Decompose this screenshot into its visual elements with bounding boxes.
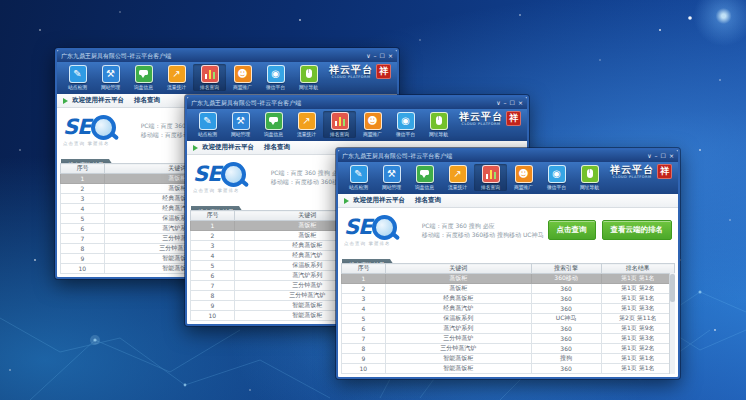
window-title: 广东九鼎王厨具有限公司-祥云平台客户端 bbox=[342, 152, 647, 161]
toolbar-item-inquiry-info[interactable]: 询盘信息 bbox=[127, 64, 160, 91]
welcome-text: 欢迎使用祥云平台 bbox=[72, 96, 124, 105]
close-button[interactable]: × bbox=[669, 152, 674, 160]
table-row[interactable]: 10智能蒸饭柜360第1页 第1名 bbox=[342, 364, 675, 374]
wechat-platform-icon: ◉ bbox=[267, 65, 285, 83]
toolbar-item-site-nav[interactable]: 网址导航 bbox=[422, 111, 455, 138]
seo-logo-text: SE bbox=[193, 164, 220, 184]
pc-engines-line: PC端：百度 360 搜狗 必应 bbox=[422, 221, 544, 230]
toolbar-item-rank-query[interactable]: 排名查询 bbox=[193, 64, 226, 91]
traffic-stats-icon: ↗ bbox=[168, 65, 186, 83]
rank-query-icon bbox=[482, 165, 500, 183]
toolbar-item-label: 站点检测 bbox=[192, 131, 223, 137]
toolbar-item-site-check[interactable]: ✎站点检测 bbox=[191, 111, 224, 138]
traffic-stats-icon: ↗ bbox=[298, 112, 316, 130]
table-row[interactable]: 5保温板系列UC神马第2页 第11名 bbox=[342, 314, 675, 324]
seo-logo-text: SE bbox=[63, 117, 90, 137]
table-row[interactable]: 8三分钟蒸汽炉360第1页 第2名 bbox=[342, 344, 675, 354]
toolbar-item-traffic-stats[interactable]: ↗流量统计 bbox=[290, 111, 323, 138]
toolbar-item-label: 网址导航 bbox=[574, 184, 605, 190]
toolbar-item-label: 网站管理 bbox=[95, 84, 126, 90]
window-title: 广东九鼎王厨具有限公司-祥云平台客户端 bbox=[61, 52, 366, 61]
site-manage-icon: ⚒ bbox=[383, 165, 401, 183]
toolbar-item-label: 流量统计 bbox=[442, 184, 473, 190]
maximize-button[interactable]: ☐ bbox=[380, 52, 385, 60]
col-header-index: 序号 bbox=[191, 211, 235, 221]
toolbar-item-alliance-promo[interactable]: ☻商盟推广 bbox=[356, 111, 389, 138]
brand-badge-icon: 祥 bbox=[506, 111, 521, 126]
toolbar-item-inquiry-info[interactable]: 询盘信息 bbox=[257, 111, 290, 138]
toolbar-item-alliance-promo[interactable]: ☻商盟推广 bbox=[507, 164, 540, 191]
close-button[interactable]: × bbox=[388, 52, 393, 60]
window-titlebar[interactable]: 广东九鼎王厨具有限公司-祥云平台客户端 ∨–☐× bbox=[338, 150, 678, 162]
toolbar-item-label: 站点检测 bbox=[343, 184, 374, 190]
toolbar-item-site-nav[interactable]: 网址导航 bbox=[573, 164, 606, 191]
toolbar-item-traffic-stats[interactable]: ↗流量统计 bbox=[160, 64, 193, 91]
site-nav-icon bbox=[581, 165, 599, 183]
toolbar-item-label: 排名查询 bbox=[324, 131, 355, 137]
table-row[interactable]: 4经典蒸汽炉360第1页 第3名 bbox=[342, 304, 675, 314]
toolbar-item-site-manage[interactable]: ⚒网站管理 bbox=[94, 64, 127, 91]
toolbar-item-inquiry-info[interactable]: 询盘信息 bbox=[408, 164, 441, 191]
toolbar-item-rank-query[interactable]: 排名查询 bbox=[474, 164, 507, 191]
page-title: 排名查询 bbox=[134, 96, 160, 105]
table-row[interactable]: 9智能蒸饭柜搜狗第1页 第1名 bbox=[342, 354, 675, 364]
flag-icon bbox=[193, 145, 198, 151]
maximize-button[interactable]: ☐ bbox=[510, 99, 515, 107]
table-scrollbar[interactable] bbox=[669, 273, 675, 374]
minimize-button[interactable]: – bbox=[504, 99, 507, 107]
site-check-icon: ✎ bbox=[69, 65, 87, 83]
window-title: 广东九鼎王厨具有限公司-祥云平台客户端 bbox=[191, 99, 496, 108]
toolbar-item-label: 网址导航 bbox=[293, 84, 324, 90]
table-row[interactable]: 7三分钟蒸炉360第1页 第3名 bbox=[342, 334, 675, 344]
table-header-row: 序号 关键词 搜索引擎 排名结果 bbox=[342, 264, 675, 274]
table-row[interactable]: 1蒸饭柜360移动第1页 第1名 bbox=[342, 274, 675, 284]
site-check-icon: ✎ bbox=[199, 112, 217, 130]
main-toolbar-items: ✎站点检测⚒网站管理询盘信息↗流量统计排名查询☻商盟推广◉微信平台网址导航 bbox=[191, 111, 455, 138]
toolbar-item-site-manage[interactable]: ⚒网站管理 bbox=[224, 111, 257, 138]
main-toolbar: ✎站点检测⚒网站管理询盘信息↗流量统计排名查询☻商盟推广◉微信平台网址导航 祥云… bbox=[57, 62, 397, 94]
table-row[interactable]: 2蒸饭柜360第1页 第2名 bbox=[342, 284, 675, 294]
toolbar-item-wechat-platform[interactable]: ◉微信平台 bbox=[389, 111, 422, 138]
traffic-stats-icon: ↗ bbox=[449, 165, 467, 183]
maximize-button[interactable]: ☐ bbox=[661, 152, 666, 160]
close-button[interactable]: × bbox=[518, 99, 523, 107]
brand-logo: 祥云平台 CLOUD PLATFORM 祥 bbox=[459, 111, 523, 126]
toolbar-item-traffic-stats[interactable]: ↗流量统计 bbox=[441, 164, 474, 191]
alliance-promo-icon: ☻ bbox=[515, 165, 533, 183]
toolbar-item-site-check[interactable]: ✎站点检测 bbox=[342, 164, 375, 191]
toolbar-item-label: 流量统计 bbox=[161, 84, 192, 90]
window-titlebar[interactable]: 广东九鼎王厨具有限公司-祥云平台客户端 ∨–☐× bbox=[187, 97, 527, 109]
table-row[interactable]: 6蒸汽炉系列360第1页 第9名 bbox=[342, 324, 675, 334]
skin-button[interactable]: ∨ bbox=[647, 152, 651, 160]
rank-query-icon bbox=[331, 112, 349, 130]
brand-name: 祥云平台 bbox=[459, 112, 503, 122]
toolbar-item-wechat-platform[interactable]: ◉微信平台 bbox=[259, 64, 292, 91]
table-row[interactable]: 3经典蒸饭柜360第1页 第1名 bbox=[342, 294, 675, 304]
toolbar-item-label: 微信平台 bbox=[260, 84, 291, 90]
toolbar-item-wechat-platform[interactable]: ◉微信平台 bbox=[540, 164, 573, 191]
query-button[interactable]: 点击查询 bbox=[548, 220, 596, 240]
seo-logo: SE 点击查询 掌握排名 bbox=[344, 215, 418, 246]
toolbar-item-site-nav[interactable]: 网址导航 bbox=[292, 64, 325, 91]
skin-button[interactable]: ∨ bbox=[366, 52, 370, 60]
toolbar-item-site-manage[interactable]: ⚒网站管理 bbox=[375, 164, 408, 191]
results-table: 序号 关键词 搜索引擎 排名结果 1蒸饭柜360移动第1页 第1名2蒸饭柜360… bbox=[341, 263, 675, 374]
toolbar-item-label: 排名查询 bbox=[194, 84, 225, 90]
toolbar-item-site-check[interactable]: ✎站点检测 bbox=[61, 64, 94, 91]
window-titlebar[interactable]: 广东九鼎王厨具有限公司-祥云平台客户端 ∨–☐× bbox=[57, 50, 397, 62]
toolbar-item-label: 排名查询 bbox=[475, 184, 506, 190]
toolbar-item-alliance-promo[interactable]: ☻商盟推广 bbox=[226, 64, 259, 91]
minimize-button[interactable]: – bbox=[374, 52, 377, 60]
cloud-rank-button[interactable]: 查看云端的排名 bbox=[602, 220, 673, 240]
minimize-button[interactable]: – bbox=[655, 152, 658, 160]
brand-subtitle: CLOUD PLATFORM bbox=[331, 75, 370, 79]
welcome-text: 欢迎使用祥云平台 bbox=[353, 196, 405, 205]
inquiry-info-icon bbox=[265, 112, 283, 130]
toolbar-item-rank-query[interactable]: 排名查询 bbox=[323, 111, 356, 138]
results-tab-row: 排名查询结果 bbox=[338, 252, 678, 263]
flag-icon bbox=[344, 198, 349, 204]
seo-tagline: 点击查询 掌握排名 bbox=[344, 241, 390, 246]
skin-button[interactable]: ∨ bbox=[496, 99, 500, 107]
brand-logo: 祥云平台 CLOUD PLATFORM 祥 bbox=[610, 164, 674, 179]
page-title: 排名查询 bbox=[264, 143, 290, 152]
